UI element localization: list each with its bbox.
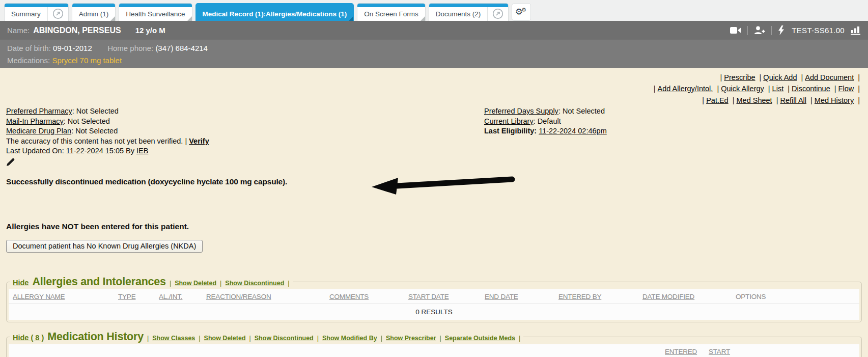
allergies-results-row: 0 RESULTS xyxy=(9,304,859,320)
col-reaction-reason[interactable]: REACTION/REASON xyxy=(202,289,325,304)
dob-label: Date of birth: xyxy=(7,44,51,52)
col-start-date[interactable]: START DATE xyxy=(705,344,738,357)
preferred-pharmacy-line: Preferred Pharmacy: Not Selected xyxy=(6,106,209,117)
col-drug-name[interactable]: DRUG NAME xyxy=(9,344,169,357)
preferred-days-supply-line: Preferred Days Supply: Not Selected xyxy=(484,106,862,117)
pencil-icon[interactable] xyxy=(6,160,15,168)
medications-hide-link[interactable]: Hide ( 8 ) xyxy=(13,334,44,342)
show-classes-link[interactable]: Show Classes xyxy=(152,335,195,342)
show-discontinued-link[interactable]: Show Discontinued xyxy=(255,335,314,342)
preferred-pharmacy-link[interactable]: Preferred Pharmacy xyxy=(6,107,72,115)
col-comments[interactable]: COMMENTS xyxy=(325,289,404,304)
quick-allergy-link[interactable]: Quick Allergy xyxy=(721,85,764,93)
medication-history-section: Hide ( 8 ) Medication History Show Class… xyxy=(6,331,862,357)
tab-health-surveillance[interactable]: Health Surveillance xyxy=(119,3,192,21)
last-updated-by-link[interactable]: IEB xyxy=(136,147,148,155)
add-person-icon[interactable] xyxy=(754,26,765,35)
tab-medical-record[interactable]: Medical Record (1):Allergies/Medications… xyxy=(195,3,354,21)
show-prescriber-link[interactable]: Show Prescriber xyxy=(386,335,436,342)
annotation-arrow xyxy=(366,171,518,197)
show-deleted-link[interactable]: Show Deleted xyxy=(204,335,246,342)
allergy-notice: Allergies have NOT been entered for this… xyxy=(6,222,862,231)
documents-popout-icon[interactable] xyxy=(488,3,508,21)
last-eligibility-label: Last Eligibility: xyxy=(484,127,537,135)
col-refill[interactable]: REF xyxy=(340,344,363,357)
action-links: Prescribe Quick Add Add Document Add All… xyxy=(6,72,862,106)
col-sig[interactable]: SIG xyxy=(169,344,316,357)
medicare-drug-plan-value: : Not Selected xyxy=(71,127,118,135)
show-modified-by-link[interactable]: Show Modified By xyxy=(322,335,377,342)
flow-link[interactable]: Flow xyxy=(838,85,854,93)
content-area: Prescribe Quick Add Add Document Add All… xyxy=(0,68,868,357)
add-document-link[interactable]: Add Document xyxy=(805,73,854,81)
col-options: OPTIONS xyxy=(732,289,859,304)
account-id[interactable]: TEST-SS61.00 xyxy=(792,26,845,35)
col-entered-by[interactable]: ENTERED BY xyxy=(554,289,638,304)
allergies-section-title: Allergies and Intolerances xyxy=(32,276,165,288)
col-date-modified[interactable]: DATE MODIFIED xyxy=(638,289,732,304)
action-links-row-3: Pat.Ed Med Sheet Refill All Med History xyxy=(6,95,862,106)
col-al-int[interactable]: AL./INT. xyxy=(155,289,202,304)
col-type[interactable]: TYPE xyxy=(114,289,155,304)
tab-documents[interactable]: Documents (2) xyxy=(429,3,509,21)
mail-in-pharmacy-link[interactable]: Mail-In Pharmacy xyxy=(6,117,64,125)
action-links-row-1: Prescribe Quick Add Add Document xyxy=(6,72,862,83)
medicare-drug-plan-line: Medicare Drug Plan: Not Selected xyxy=(6,126,209,136)
lightning-bolt-icon[interactable] xyxy=(778,25,785,35)
last-eligibility-value-link[interactable]: 11-22-2024 02:46pm xyxy=(539,127,607,135)
tab-admin[interactable]: Admin (1) xyxy=(72,3,116,21)
divider xyxy=(771,26,772,35)
add-allergy-intol-link[interactable]: Add Allergy/Intol. xyxy=(658,85,713,93)
col-status[interactable]: STA xyxy=(316,344,340,357)
prescribe-link[interactable]: Prescribe xyxy=(724,73,755,81)
med-history-link[interactable]: Med History xyxy=(815,96,854,104)
quick-add-link[interactable]: Quick Add xyxy=(763,73,797,81)
pat-ed-link[interactable]: Pat.Ed xyxy=(706,96,729,104)
summary-popout-icon[interactable] xyxy=(48,3,68,21)
medicare-drug-plan-link[interactable]: Medicare Drug Plan xyxy=(6,127,71,135)
dob-value: 09-01-2012 xyxy=(53,44,92,52)
current-library-link[interactable]: Current Library xyxy=(484,117,534,125)
allergies-show-deleted-link[interactable]: Show Deleted xyxy=(175,280,216,287)
action-links-row-2: Add Allergy/Intol. Quick Allergy List Di… xyxy=(6,83,862,94)
medication-history-header: Hide ( 8 ) Medication History Show Class… xyxy=(10,331,523,343)
allergies-show-discontinued-link[interactable]: Show Discontinued xyxy=(225,280,284,287)
patient-name: ABINGDON, PERSEUS xyxy=(33,26,121,35)
separate-outside-meds-link[interactable]: Separate Outside Meds xyxy=(445,335,515,342)
refill-all-link[interactable]: Refill All xyxy=(780,96,806,104)
col-comment[interactable]: COMMENT xyxy=(363,344,661,357)
bar-chart-icon[interactable] xyxy=(851,25,861,35)
preferred-days-supply-link[interactable]: Preferred Days Supply xyxy=(484,107,558,115)
home-phone-value: (347) 684-4214 xyxy=(155,44,208,52)
pharmacy-info-row: Preferred Pharmacy: Not Selected Mail-In… xyxy=(6,106,862,167)
col-end-date[interactable]: END DATE xyxy=(481,289,554,304)
verify-text: The accuracy of this content has not yet… xyxy=(6,137,187,145)
med-sheet-link[interactable]: Med Sheet xyxy=(736,96,772,104)
col-allergy-name[interactable]: ALLERGY NAME xyxy=(9,289,114,304)
medications-line: Medications: Sprycel 70 mg tablet xyxy=(7,54,861,67)
medication-history-table: DRUG NAME SIG STA REF COMMENT ENTERED BY… xyxy=(9,344,859,357)
col-entered-by[interactable]: ENTERED BY xyxy=(661,344,705,357)
verify-line: The accuracy of this content has not yet… xyxy=(6,136,209,147)
settings-button[interactable]: ⚙⚙ xyxy=(512,3,531,21)
ehr-medical-record-page: Summary Admin (1) Health Surveillance Me… xyxy=(0,0,868,357)
tab-on-screen-forms[interactable]: On Screen Forms xyxy=(357,3,426,21)
divider xyxy=(747,26,748,35)
tab-bar: Summary Admin (1) Health Surveillance Me… xyxy=(0,0,868,21)
verify-link[interactable]: Verify xyxy=(189,137,209,145)
current-library-line: Current Library: Default xyxy=(484,117,862,127)
preferred-pharmacy-value: : Not Selected xyxy=(72,107,119,115)
tab-summary[interactable]: Summary xyxy=(4,3,69,21)
nkda-button[interactable]: Document patient has No Known Drug Aller… xyxy=(6,240,203,253)
tab-summary-label: Summary xyxy=(5,5,47,20)
tab-documents-label: Documents (2) xyxy=(429,5,488,20)
allergies-table: ALLERGY NAME TYPE AL./INT. REACTION/REAS… xyxy=(9,289,859,320)
list-link[interactable]: List xyxy=(772,85,784,93)
supply-info-right: Preferred Days Supply: Not Selected Curr… xyxy=(484,106,862,167)
col-start-date[interactable]: START DATE xyxy=(404,289,481,304)
discontinue-link[interactable]: Discontinue xyxy=(792,85,830,93)
allergies-hide-link[interactable]: Hide xyxy=(13,279,29,287)
allergies-section-header: Hide Allergies and Intolerances Show Del… xyxy=(10,276,293,288)
home-phone-label: Home phone: xyxy=(107,44,153,52)
video-camera-icon[interactable] xyxy=(730,26,741,34)
